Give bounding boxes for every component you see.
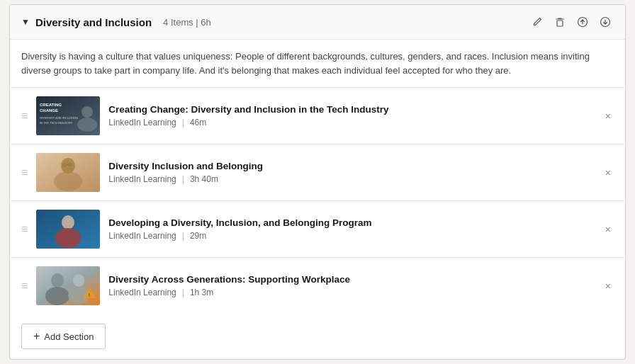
table-row: ≡ CREATING CHANGE DIVERSITY AND INCLUSIO… bbox=[10, 88, 625, 144]
course-duration: 3h 40m bbox=[190, 174, 218, 184]
add-section-button[interactable]: + Add Section bbox=[21, 324, 106, 349]
svg-point-24 bbox=[51, 273, 64, 288]
remove-course-button[interactable]: × bbox=[602, 164, 614, 181]
svg-point-26 bbox=[73, 274, 84, 287]
footer: + Add Section bbox=[10, 314, 625, 359]
remove-course-button[interactable]: × bbox=[602, 221, 614, 238]
course-thumbnail: CREATING CHANGE DIVERSITY AND INCLUSION … bbox=[36, 96, 100, 135]
course-provider: LinkedIn Learning bbox=[108, 174, 176, 184]
course-meta: LinkedIn Learning | 29m bbox=[108, 231, 593, 241]
svg-point-9 bbox=[82, 106, 93, 118]
svg-point-25 bbox=[45, 287, 69, 305]
section-meta: 4 Items | 6h bbox=[163, 17, 211, 28]
course-thumbnail bbox=[36, 210, 100, 249]
table-row: ≡ Developing a Diver bbox=[10, 201, 625, 258]
edit-button[interactable] bbox=[529, 13, 546, 30]
svg-point-10 bbox=[77, 118, 97, 132]
meta-divider: | bbox=[182, 174, 184, 184]
course-provider: LinkedIn Learning bbox=[108, 118, 176, 127]
course-provider: LinkedIn Learning bbox=[108, 288, 176, 297]
svg-text:CHANGE: CHANGE bbox=[40, 108, 58, 113]
svg-text:DIVERSITY AND INCLUSION: DIVERSITY AND INCLUSION bbox=[40, 116, 78, 120]
course-meta: LinkedIn Learning | 46m bbox=[108, 118, 593, 127]
course-meta: LinkedIn Learning | 3h 40m bbox=[108, 174, 593, 184]
svg-text:!: ! bbox=[89, 292, 90, 297]
drag-handle-icon[interactable]: ≡ bbox=[21, 110, 28, 122]
move-down-button[interactable] bbox=[597, 13, 614, 30]
course-thumbnail bbox=[36, 153, 100, 192]
section-actions bbox=[529, 13, 614, 30]
svg-rect-22 bbox=[36, 210, 100, 249]
add-section-label: Add Section bbox=[44, 331, 94, 342]
course-title: Diversity Inclusion and Belonging bbox=[108, 161, 593, 171]
remove-course-button[interactable]: × bbox=[602, 108, 614, 125]
section-header-left: ▼ Diversity and Inclusion 4 Items | 6h bbox=[21, 16, 529, 28]
course-info: Diversity Across Generations: Supporting… bbox=[108, 274, 593, 297]
meta-divider: | bbox=[182, 118, 184, 127]
section-title: Diversity and Inclusion bbox=[35, 16, 152, 28]
delete-button[interactable] bbox=[551, 13, 568, 30]
svg-rect-18 bbox=[36, 153, 100, 192]
plus-icon: + bbox=[33, 330, 40, 343]
course-provider: LinkedIn Learning bbox=[108, 231, 176, 241]
course-duration: 1h 3m bbox=[190, 288, 213, 297]
section-description: Diversity is having a culture that value… bbox=[10, 40, 625, 88]
drag-handle-icon[interactable]: ≡ bbox=[21, 280, 28, 292]
svg-rect-0 bbox=[557, 21, 563, 26]
course-meta: LinkedIn Learning | 1h 3m bbox=[108, 288, 593, 297]
course-info: Developing a Diversity, Inclusion, and B… bbox=[108, 217, 593, 241]
meta-divider: | bbox=[182, 288, 184, 297]
move-up-button[interactable] bbox=[574, 13, 591, 30]
svg-text:CREATING: CREATING bbox=[40, 103, 62, 107]
course-title: Diversity Across Generations: Supporting… bbox=[108, 274, 593, 285]
course-info: Creating Change: Diversity and Inclusion… bbox=[108, 104, 593, 127]
drag-handle-icon[interactable]: ≡ bbox=[21, 224, 28, 235]
course-thumbnail: ! bbox=[36, 266, 100, 305]
meta-divider: | bbox=[182, 231, 184, 241]
course-title: Developing a Diversity, Inclusion, and B… bbox=[108, 217, 593, 228]
table-row: ≡ bbox=[10, 258, 625, 314]
main-container: ▼ Diversity and Inclusion 4 Items | 6h bbox=[9, 4, 626, 360]
table-row: ≡ bbox=[10, 144, 625, 201]
course-duration: 46m bbox=[190, 118, 206, 127]
course-title: Creating Change: Diversity and Inclusion… bbox=[108, 104, 593, 115]
remove-course-button[interactable]: × bbox=[602, 278, 614, 295]
chevron-down-icon[interactable]: ▼ bbox=[21, 17, 30, 27]
section-header: ▼ Diversity and Inclusion 4 Items | 6h bbox=[10, 5, 625, 40]
course-list: ≡ CREATING CHANGE DIVERSITY AND INCLUSIO… bbox=[10, 88, 625, 314]
drag-handle-icon[interactable]: ≡ bbox=[21, 167, 28, 178]
svg-text:IN THE TECH INDUSTRY: IN THE TECH INDUSTRY bbox=[40, 121, 73, 125]
course-info: Diversity Inclusion and Belonging Linked… bbox=[108, 161, 593, 184]
course-duration: 29m bbox=[190, 231, 206, 241]
